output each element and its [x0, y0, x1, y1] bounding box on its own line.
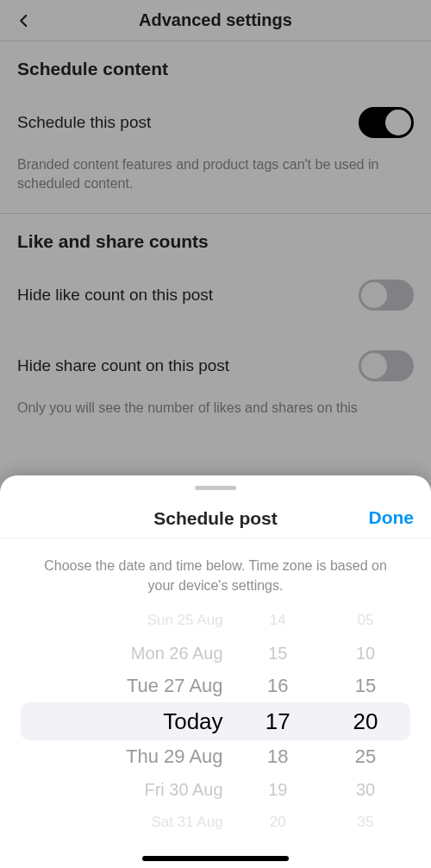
- picker-hour-option[interactable]: 18: [267, 740, 288, 773]
- picker-date-option[interactable]: Thu 29 Aug: [126, 740, 223, 773]
- schedule-post-sheet: Schedule post Done Choose the date and t…: [0, 475, 431, 868]
- picker-hour-selected[interactable]: 17: [265, 702, 290, 740]
- sheet-title: Schedule post: [153, 508, 278, 529]
- picker-date-selected[interactable]: Today: [163, 702, 222, 740]
- picker-minute-option[interactable]: 30: [356, 773, 375, 806]
- picker-minute-option[interactable]: 15: [355, 670, 376, 702]
- picker-minute-option[interactable]: 10: [356, 637, 375, 670]
- picker-hour-column[interactable]: 14 15 16 17 18 19 20: [235, 609, 321, 833]
- picker-minute-selected[interactable]: 20: [353, 702, 378, 740]
- picker-minute-column[interactable]: 05 10 15 20 25 30 35: [321, 609, 410, 833]
- picker-minute-option[interactable]: 25: [355, 740, 376, 773]
- picker-hour-option[interactable]: 20: [270, 806, 286, 833]
- picker-minute-option[interactable]: 05: [358, 609, 374, 637]
- picker-date-option[interactable]: Mon 26 Aug: [131, 637, 223, 670]
- picker-hour-option[interactable]: 19: [268, 773, 287, 806]
- picker-date-option[interactable]: Fri 30 Aug: [144, 773, 222, 806]
- picker-date-option[interactable]: Sun 25 Aug: [147, 609, 223, 637]
- picker-date-option[interactable]: Tue 27 Aug: [127, 670, 223, 702]
- picker-hour-option[interactable]: 15: [268, 637, 287, 670]
- done-button[interactable]: Done: [369, 507, 415, 528]
- sheet-header: Schedule post Done: [0, 500, 431, 538]
- home-indicator[interactable]: [142, 856, 289, 861]
- picker-date-option[interactable]: Sat 31 Aug: [151, 806, 222, 833]
- sheet-grabber[interactable]: [195, 486, 236, 490]
- datetime-picker: Sun 25 Aug Mon 26 Aug Tue 27 Aug Today T…: [21, 609, 410, 833]
- picker-minute-option[interactable]: 35: [358, 806, 374, 833]
- sheet-description: Choose the date and time below. Time zon…: [0, 538, 431, 609]
- picker-date-column[interactable]: Sun 25 Aug Mon 26 Aug Tue 27 Aug Today T…: [21, 609, 235, 833]
- picker-hour-option[interactable]: 16: [267, 670, 288, 702]
- picker-hour-option[interactable]: 14: [270, 609, 286, 637]
